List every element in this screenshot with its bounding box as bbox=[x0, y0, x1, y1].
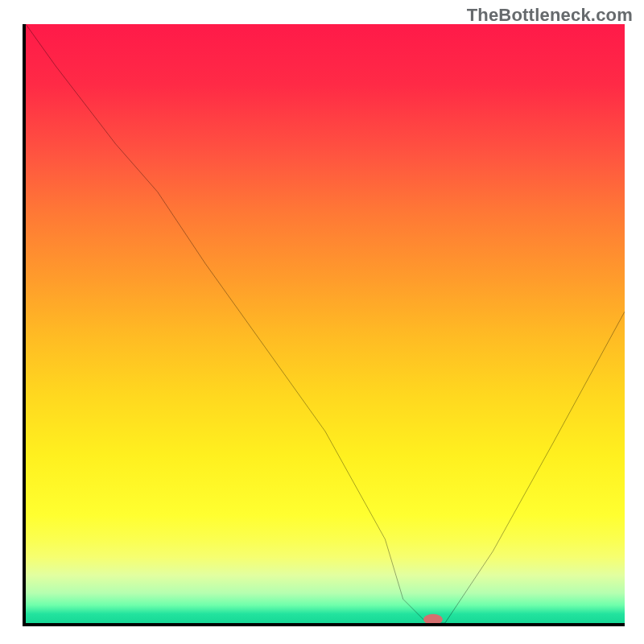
optimal-point-marker-icon bbox=[423, 614, 443, 623]
plot-area bbox=[23, 24, 625, 626]
attribution-label: TheBottleneck.com bbox=[467, 5, 633, 26]
bottleneck-curve-icon bbox=[26, 24, 625, 623]
